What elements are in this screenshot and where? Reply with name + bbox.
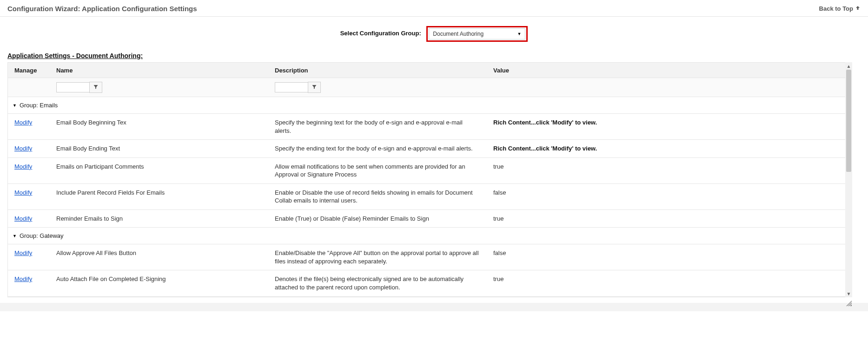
setting-description: Enable or Disable the use of record fiel…: [268, 184, 487, 210]
col-manage[interactable]: Manage: [8, 67, 50, 74]
chevron-down-icon: ▼: [517, 32, 521, 36]
filter-name-cell: [50, 80, 268, 95]
arrow-up-icon: [855, 5, 861, 12]
scroll-thumb[interactable]: [846, 70, 851, 172]
setting-description: Specify the beginning text for the body …: [268, 114, 487, 139]
table-row: ModifyInclude Parent Record Fields For E…: [8, 184, 852, 210]
setting-description: Allow email notifications to be sent whe…: [268, 158, 487, 183]
table-row: ModifyEmails on Participant CommentsAllo…: [8, 158, 852, 184]
col-name[interactable]: Name: [50, 67, 268, 74]
table-row: ModifyEmail Body Beginning TexSpecify th…: [8, 114, 852, 140]
config-group-highlight: Document Authoring ▼: [426, 26, 528, 42]
filter-icon: [93, 84, 99, 91]
scroll-track[interactable]: [845, 70, 852, 290]
setting-description: Denotes if the file(s) being electronica…: [268, 270, 487, 296]
page-header: Configuration Wizard: Application Config…: [0, 0, 868, 16]
modify-link[interactable]: Modify: [14, 163, 32, 170]
setting-description: Specify the ending text for the body of …: [268, 140, 487, 157]
table-row: ModifyReminder Emails to SignEnable (Tru…: [8, 210, 852, 228]
setting-name: Allow Approve All Files Button: [50, 244, 268, 270]
setting-value: false: [487, 244, 852, 270]
table-row: ModifyAuto Attach File on Completed E-Si…: [8, 270, 852, 296]
scroll-up-icon[interactable]: ▲: [845, 62, 852, 70]
config-group-selector-row: Select Configuration Group: Document Aut…: [0, 26, 868, 42]
filter-desc-button[interactable]: [308, 82, 321, 93]
setting-value: true: [487, 270, 852, 296]
back-to-top-label: Back to Top: [819, 5, 853, 12]
resize-grip-icon[interactable]: [845, 299, 852, 307]
filter-icon: [311, 84, 317, 91]
setting-description: Enable/Disable the "Approve All" button …: [268, 244, 487, 270]
setting-value: true: [487, 158, 852, 183]
modify-link[interactable]: Modify: [14, 189, 32, 196]
scroll-down-icon[interactable]: ▼: [845, 290, 852, 297]
grid-header: Manage Name Description Value: [8, 63, 852, 78]
setting-description: Enable (True) or Disable (False) Reminde…: [268, 210, 487, 228]
scrollbar[interactable]: ▲ ▼: [845, 62, 852, 297]
back-to-top-link[interactable]: Back to Top: [819, 5, 861, 12]
modify-link[interactable]: Modify: [14, 119, 32, 126]
modify-link[interactable]: Modify: [14, 249, 32, 256]
setting-value: Rich Content...click 'Modify' to view.: [487, 140, 852, 157]
setting-value: Rich Content...click 'Modify' to view.: [487, 114, 852, 139]
page-title: Configuration Wizard: Application Config…: [7, 5, 197, 13]
group-header[interactable]: ▼Group: Emails: [8, 97, 852, 114]
setting-name: Emails on Participant Comments: [50, 158, 268, 183]
config-group-label: Select Configuration Group:: [340, 30, 421, 37]
settings-grid: Manage Name Description Value: [7, 62, 852, 297]
setting-name: Email Body Ending Text: [50, 140, 268, 157]
setting-name: Include Parent Record Fields For Emails: [50, 184, 268, 210]
grid-body[interactable]: ▼Group: EmailsModifyEmail Body Beginning…: [8, 97, 852, 297]
modify-link[interactable]: Modify: [14, 275, 32, 282]
collapse-triangle-icon: ▼: [13, 103, 17, 108]
modify-link[interactable]: Modify: [14, 145, 32, 152]
table-row: ModifyAllow Approve All Files ButtonEnab…: [8, 244, 852, 270]
col-value[interactable]: Value: [487, 67, 852, 74]
group-header[interactable]: ▼Group: Gateway: [8, 228, 852, 244]
filter-desc-input[interactable]: [275, 82, 308, 92]
filter-name-button[interactable]: [89, 82, 102, 93]
config-group-value: Document Authoring: [433, 31, 484, 37]
setting-name: Auto Attach File on Completed E-Signing: [50, 270, 268, 296]
filter-name-input[interactable]: [56, 82, 90, 92]
setting-name: Email Body Beginning Tex: [50, 114, 268, 139]
table-row: ModifyEmail Body Ending TextSpecify the …: [8, 140, 852, 158]
setting-value: true: [487, 210, 852, 228]
content-area: Application Settings - Document Authorin…: [0, 52, 868, 300]
setting-name: Reminder Emails to Sign: [50, 210, 268, 228]
filter-row: [8, 78, 852, 97]
filter-desc-cell: [268, 80, 487, 95]
group-label: Group: Gateway: [20, 232, 64, 239]
config-group-dropdown[interactable]: Document Authoring ▼: [429, 28, 525, 39]
col-description[interactable]: Description: [268, 67, 487, 74]
group-label: Group: Emails: [20, 102, 58, 109]
divider: [0, 16, 868, 17]
modify-link[interactable]: Modify: [14, 215, 32, 222]
section-title: Application Settings - Document Authorin…: [7, 52, 861, 59]
footer-bar: [0, 303, 868, 311]
collapse-triangle-icon: ▼: [13, 234, 17, 238]
setting-value: false: [487, 184, 852, 210]
